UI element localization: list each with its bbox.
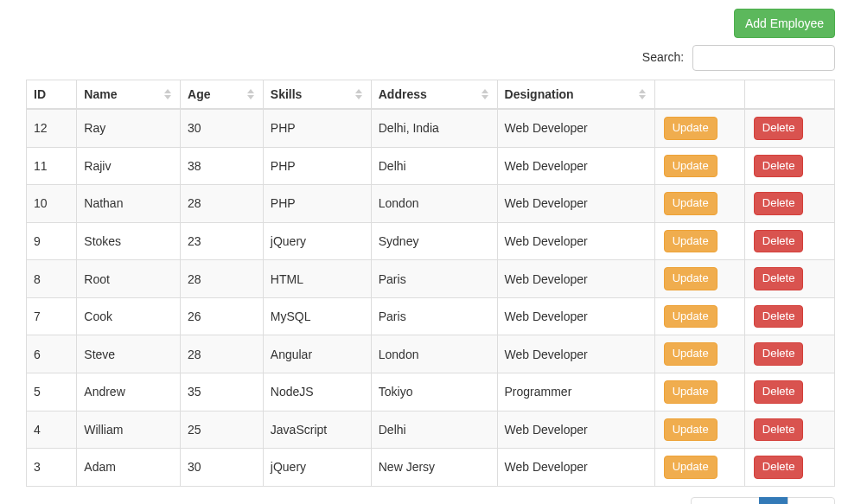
cell-address: Delhi bbox=[371, 147, 497, 185]
cell-designation: Web Developer bbox=[497, 449, 654, 487]
pagination-page[interactable]: 1 bbox=[759, 497, 788, 504]
cell-update: Update bbox=[654, 411, 744, 449]
sort-icon bbox=[639, 88, 647, 100]
cell-age: 35 bbox=[181, 373, 264, 411]
cell-designation: Web Developer bbox=[497, 411, 654, 449]
sort-icon bbox=[355, 88, 364, 100]
update-button[interactable]: Update bbox=[664, 117, 718, 140]
cell-update: Update bbox=[654, 335, 744, 373]
cell-address: London bbox=[371, 185, 497, 223]
cell-id: 11 bbox=[27, 147, 77, 185]
column-header-address-label: Address bbox=[379, 87, 427, 101]
column-header-name[interactable]: Name bbox=[77, 80, 181, 110]
delete-button[interactable]: Delete bbox=[754, 192, 804, 215]
update-button[interactable]: Update bbox=[664, 342, 718, 366]
delete-button[interactable]: Delete bbox=[754, 267, 804, 290]
cell-update: Update bbox=[654, 449, 744, 487]
column-header-age[interactable]: Age bbox=[181, 80, 264, 110]
table-row: 7Cook26MySQLParisWeb DeveloperUpdateDele… bbox=[27, 297, 835, 335]
sort-icon bbox=[482, 88, 490, 100]
cell-delete: Delete bbox=[744, 411, 834, 449]
cell-skills: NodeJS bbox=[263, 373, 371, 411]
cell-address: Paris bbox=[371, 297, 497, 335]
delete-button[interactable]: Delete bbox=[754, 230, 804, 253]
update-button[interactable]: Update bbox=[664, 456, 718, 479]
cell-name: Rajiv bbox=[77, 147, 181, 185]
cell-age: 30 bbox=[181, 109, 264, 147]
cell-id: 9 bbox=[27, 222, 77, 260]
update-button[interactable]: Update bbox=[664, 380, 718, 404]
cell-skills: MySQL bbox=[263, 297, 371, 335]
table-row: 11Rajiv38PHPDelhiWeb DeveloperUpdateDele… bbox=[27, 147, 835, 185]
column-header-delete bbox=[744, 80, 834, 110]
cell-designation: Programmer bbox=[497, 373, 654, 411]
cell-skills: JavaScript bbox=[263, 411, 371, 449]
update-button[interactable]: Update bbox=[664, 305, 718, 329]
delete-button[interactable]: Delete bbox=[754, 305, 804, 329]
cell-id: 6 bbox=[27, 335, 77, 373]
column-header-age-label: Age bbox=[188, 87, 210, 101]
search-input[interactable] bbox=[692, 45, 835, 71]
delete-button[interactable]: Delete bbox=[754, 117, 804, 140]
update-button[interactable]: Update bbox=[664, 192, 718, 215]
column-header-address[interactable]: Address bbox=[371, 80, 497, 110]
update-button[interactable]: Update bbox=[664, 267, 718, 290]
cell-address: Delhi, India bbox=[371, 109, 497, 147]
cell-address: Sydney bbox=[371, 222, 497, 260]
table-row: 8Root28HTMLParisWeb DeveloperUpdateDelet… bbox=[27, 260, 835, 298]
cell-update: Update bbox=[654, 185, 744, 223]
cell-id: 4 bbox=[27, 411, 77, 449]
cell-name: Cook bbox=[77, 297, 181, 335]
table-row: 12Ray30PHPDelhi, IndiaWeb DeveloperUpdat… bbox=[27, 109, 835, 147]
cell-skills: jQuery bbox=[263, 222, 371, 260]
column-header-designation[interactable]: Designation bbox=[497, 80, 654, 110]
pagination: Previous 1 Next bbox=[692, 497, 835, 504]
cell-name: Andrew bbox=[77, 373, 181, 411]
cell-age: 23 bbox=[181, 222, 264, 260]
delete-button[interactable]: Delete bbox=[754, 418, 804, 442]
update-button[interactable]: Update bbox=[664, 418, 718, 442]
delete-button[interactable]: Delete bbox=[754, 155, 804, 178]
cell-designation: Web Developer bbox=[497, 109, 654, 147]
cell-designation: Web Developer bbox=[497, 222, 654, 260]
column-header-skills[interactable]: Skills bbox=[263, 80, 371, 110]
update-button[interactable]: Update bbox=[664, 230, 718, 253]
cell-delete: Delete bbox=[744, 109, 834, 147]
cell-skills: Angular bbox=[263, 335, 371, 373]
table-row: 5Andrew35NodeJSTokiyoProgrammerUpdateDel… bbox=[27, 373, 835, 411]
pagination-previous[interactable]: Previous bbox=[691, 497, 760, 504]
pagination-next[interactable]: Next bbox=[788, 497, 835, 504]
cell-designation: Web Developer bbox=[497, 335, 654, 373]
cell-age: 26 bbox=[181, 297, 264, 335]
column-header-id[interactable]: ID bbox=[27, 80, 77, 110]
table-row: 10Nathan28PHPLondonWeb DeveloperUpdateDe… bbox=[27, 185, 835, 223]
column-header-id-label: ID bbox=[34, 87, 46, 101]
sort-icon bbox=[164, 88, 173, 100]
cell-delete: Delete bbox=[744, 260, 834, 298]
cell-age: 25 bbox=[181, 411, 264, 449]
cell-skills: PHP bbox=[263, 109, 371, 147]
cell-designation: Web Developer bbox=[497, 147, 654, 185]
cell-id: 7 bbox=[27, 297, 77, 335]
cell-name: Steve bbox=[77, 335, 181, 373]
column-header-designation-label: Designation bbox=[505, 87, 574, 101]
cell-designation: Web Developer bbox=[497, 185, 654, 223]
search-filter: Search: bbox=[26, 45, 835, 71]
cell-update: Update bbox=[654, 373, 744, 411]
delete-button[interactable]: Delete bbox=[754, 342, 804, 366]
cell-designation: Web Developer bbox=[497, 260, 654, 298]
delete-button[interactable]: Delete bbox=[754, 380, 804, 404]
cell-name: William bbox=[77, 411, 181, 449]
delete-button[interactable]: Delete bbox=[754, 456, 804, 479]
column-header-update bbox=[654, 80, 744, 110]
cell-address: Paris bbox=[371, 260, 497, 298]
cell-age: 28 bbox=[181, 260, 264, 298]
update-button[interactable]: Update bbox=[664, 155, 718, 178]
cell-update: Update bbox=[654, 260, 744, 298]
table-row: 6Steve28AngularLondonWeb DeveloperUpdate… bbox=[27, 335, 835, 373]
add-employee-button[interactable]: Add Employee bbox=[734, 9, 835, 38]
cell-name: Root bbox=[77, 260, 181, 298]
table-row: 3Adam30jQueryNew JersyWeb DeveloperUpdat… bbox=[27, 449, 835, 487]
cell-name: Stokes bbox=[77, 222, 181, 260]
cell-name: Ray bbox=[77, 109, 181, 147]
